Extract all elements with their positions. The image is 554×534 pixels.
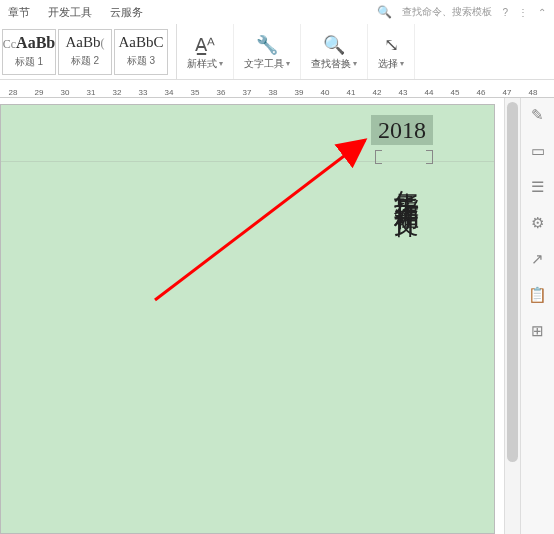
ruler-tick: 33 [130,88,156,97]
vertical-scrollbar[interactable] [504,98,520,534]
scrollbar-thumb[interactable] [507,102,518,462]
ruler-tick: 35 [182,88,208,97]
grid-icon[interactable]: ⊞ [531,322,544,340]
settings-icon[interactable]: ⚙ [531,214,544,232]
side-panel: ✎ ▭ ☰ ⚙ ↗ 📋 ⊞ [520,98,554,534]
style-gallery: CcAaBb 标题 1 AaBb( 标题 2 AaBbC 标题 3 [2,24,177,79]
ruler-tick: 44 [416,88,442,97]
ruler-tick: 45 [442,88,468,97]
wrench-icon: 🔧 [256,33,278,57]
magnifier-icon: 🔍 [323,33,345,57]
ruler-tick: 48 [520,88,546,97]
document-page[interactable] [0,104,495,534]
help-icon[interactable]: ? [502,7,508,18]
ruler-tick: 31 [78,88,104,97]
find-replace-button[interactable]: 🔍 查找替换▾ [301,24,368,79]
toolbar: CcAaBb 标题 1 AaBb( 标题 2 AaBbC 标题 3 A̲ᴬ 新样… [0,24,554,80]
search-icon[interactable]: 🔍 [377,5,392,19]
menu-chapter[interactable]: 章节 [8,5,30,20]
horizontal-ruler[interactable]: 2829303132333435363738394041424344454647… [0,80,554,98]
expand-icon[interactable]: ⌃ [538,7,546,18]
ruler-tick: 32 [104,88,130,97]
ruler-tick: 38 [260,88,286,97]
ruler-tick: 42 [364,88,390,97]
pencil-icon[interactable]: ✎ [531,106,544,124]
select-icon[interactable]: ▭ [531,142,545,160]
selection-handles[interactable] [375,150,433,164]
layers-icon[interactable]: ☰ [531,178,544,196]
style-heading-3[interactable]: AaBbC 标题 3 [114,29,168,75]
style-heading-2[interactable]: AaBb( 标题 2 [58,29,112,75]
ruler-tick: 30 [52,88,78,97]
selected-text[interactable]: 2018 [371,115,433,145]
text-tool-button[interactable]: 🔧 文字工具▾ [234,24,301,79]
clipboard-icon[interactable]: 📋 [528,286,547,304]
menu-devtools[interactable]: 开发工具 [48,5,92,20]
cursor-icon: ⤡ [384,33,399,57]
ruler-tick: 41 [338,88,364,97]
vertical-text-content[interactable]: 年指导工作精神文件 [390,170,423,197]
ruler-tick: 34 [156,88,182,97]
ruler-tick: 49 [546,88,554,97]
ruler-tick: 37 [234,88,260,97]
ruler-tick: 46 [468,88,494,97]
more-icon[interactable]: ⋮ [518,7,528,18]
ruler-tick: 28 [0,88,26,97]
ruler-tick: 40 [312,88,338,97]
ruler-tick: 47 [494,88,520,97]
style-heading-1[interactable]: CcAaBb 标题 1 [2,29,56,75]
workspace [0,98,520,534]
ruler-tick: 39 [286,88,312,97]
new-style-button[interactable]: A̲ᴬ 新样式▾ [177,24,234,79]
ruler-tick: 43 [390,88,416,97]
new-style-icon: A̲ᴬ [195,33,215,57]
menubar: 章节 开发工具 云服务 🔍 查找命令、搜索模板 ? ⋮ ⌃ [0,0,554,24]
search-placeholder[interactable]: 查找命令、搜索模板 [402,5,492,19]
ruler-tick: 29 [26,88,52,97]
ruler-tick: 36 [208,88,234,97]
select-button[interactable]: ⤡ 选择▾ [368,24,415,79]
menu-cloud[interactable]: 云服务 [110,5,143,20]
share-icon[interactable]: ↗ [531,250,544,268]
